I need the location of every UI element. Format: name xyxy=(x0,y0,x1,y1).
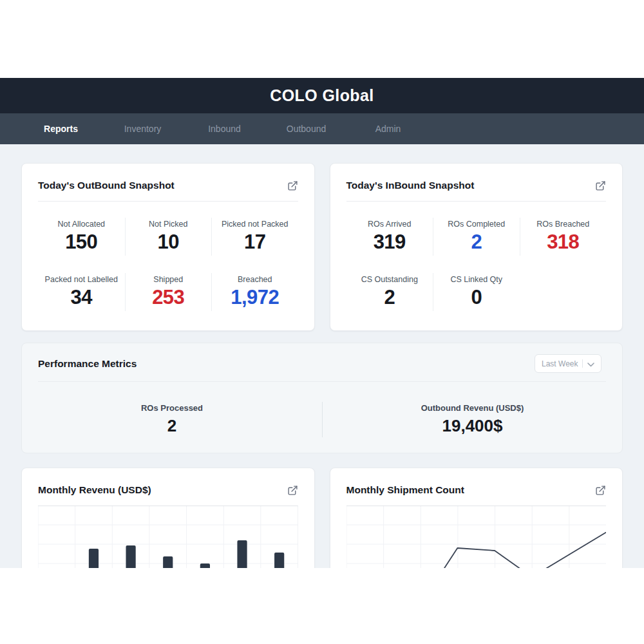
performance-title: Performance Metrics xyxy=(38,358,137,370)
performance-stats: ROs Processed 2 Outbound Revenu (USD$) 1… xyxy=(22,402,622,437)
app-title: COLO Global xyxy=(270,86,374,105)
stat-row: Not Allocated 150 Not Picked 10 Picked n… xyxy=(38,218,298,256)
stat-packed-not-labelled: Packed not Labelled 34 xyxy=(38,273,125,311)
external-link-icon[interactable] xyxy=(287,180,298,191)
app-header: COLO Global xyxy=(0,78,644,113)
outbound-snapshot-card: Today's OutBound Snapshot Not Allocated … xyxy=(21,163,315,331)
monthly-shipments-title: Monthly Shipment Count xyxy=(346,484,464,496)
inbound-card-header: Today's InBound Snapshot xyxy=(330,164,623,201)
stat-row: CS Outstanding 2 CS Linked Qty 0 xyxy=(346,273,607,311)
stat-row: ROs Arrived 319 ROs Completed 2 ROs Brea… xyxy=(346,218,607,256)
stat-ros-completed: ROs Completed 2 xyxy=(433,218,520,256)
nav-tab-inventory[interactable]: Inventory xyxy=(102,124,184,134)
nav-tab-inbound[interactable]: Inbound xyxy=(184,124,265,134)
monthly-revenue-bar-chart xyxy=(38,506,298,568)
stat-row: Packed not Labelled 34 Shipped 253 Breac… xyxy=(38,273,298,311)
stat-ros-breached: ROs Breached 318 xyxy=(520,218,607,256)
monthly-revenue-header: Monthly Revenu (USD$) xyxy=(22,468,314,506)
screen: COLO Global Reports Inventory Inbound Ou… xyxy=(0,0,644,644)
outbound-card-title: Today's OutBound Snapshot xyxy=(38,180,175,191)
app-window: COLO Global Reports Inventory Inbound Ou… xyxy=(0,78,644,568)
stat-breached: Breached 1,972 xyxy=(211,273,298,311)
monthly-shipments-line-chart xyxy=(346,506,607,568)
nav-tab-outbound[interactable]: Outbound xyxy=(265,124,347,134)
external-link-icon[interactable] xyxy=(595,485,606,496)
monthly-shipments-card: Monthly Shipment Count xyxy=(330,468,623,568)
outbound-stats: Not Allocated 150 Not Picked 10 Picked n… xyxy=(22,202,314,330)
content-area: Today's OutBound Snapshot Not Allocated … xyxy=(0,144,644,568)
snapshot-row: Today's OutBound Snapshot Not Allocated … xyxy=(21,163,623,331)
period-dropdown-value: Last Week xyxy=(542,359,578,368)
monthly-revenue-title: Monthly Revenu (USD$) xyxy=(38,484,151,496)
stat-ros-arrived: ROs Arrived 319 xyxy=(346,218,433,256)
nav-tab-admin[interactable]: Admin xyxy=(347,124,429,134)
stat-outbound-revenue: Outbound Revenu (USD$) 19,400$ xyxy=(322,402,622,437)
stat-not-picked: Not Picked 10 xyxy=(125,218,212,256)
stat-picked-not-packed: Picked not Packed 17 xyxy=(211,218,298,256)
inbound-snapshot-card: Today's InBound Snapshot ROs Arrived 319 xyxy=(330,163,623,331)
chevron-down-icon xyxy=(587,358,594,370)
stat-ros-processed: ROs Processed 2 xyxy=(22,402,322,437)
stat-shipped: Shipped 253 xyxy=(125,273,212,311)
external-link-icon[interactable] xyxy=(287,485,298,496)
nav-tab-reports[interactable]: Reports xyxy=(20,124,102,134)
inbound-card-title: Today's InBound Snapshot xyxy=(346,180,475,191)
charts-row: Monthly Revenu (USD$) Monthly Shipment C… xyxy=(21,468,623,568)
monthly-revenue-card: Monthly Revenu (USD$) xyxy=(21,468,315,568)
main-nav: Reports Inventory Inbound Outbound Admin xyxy=(0,113,644,144)
dropdown-separator xyxy=(582,359,583,368)
inbound-stats: ROs Arrived 319 ROs Completed 2 ROs Brea… xyxy=(330,202,623,330)
performance-metrics-card: Performance Metrics Last Week xyxy=(21,343,623,453)
stat-cs-outstanding: CS Outstanding 2 xyxy=(346,273,433,311)
performance-header: Performance Metrics Last Week xyxy=(22,343,622,381)
stat-cs-linked-qty: CS Linked Qty 0 xyxy=(433,273,520,311)
stat-empty-cell xyxy=(520,273,607,311)
outbound-card-header: Today's OutBound Snapshot xyxy=(22,164,314,201)
monthly-shipments-header: Monthly Shipment Count xyxy=(330,468,623,506)
divider xyxy=(38,381,606,382)
period-dropdown[interactable]: Last Week xyxy=(535,354,601,373)
stat-not-allocated: Not Allocated 150 xyxy=(38,218,125,256)
external-link-icon[interactable] xyxy=(595,180,606,191)
